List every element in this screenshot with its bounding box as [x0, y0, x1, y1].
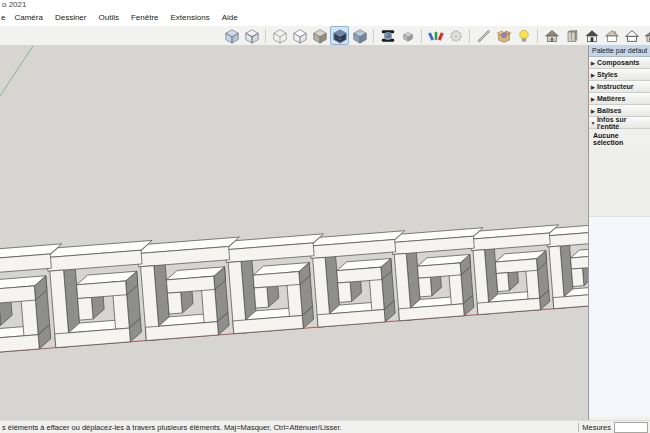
- tray-section-label: Styles: [597, 71, 618, 78]
- gray-box-tool-icon[interactable]: [398, 26, 417, 45]
- globe-tool-icon[interactable]: [378, 26, 397, 45]
- 3d-viewport[interactable]: [0, 45, 588, 420]
- measurements-input[interactable]: [614, 422, 648, 433]
- style-xray-icon[interactable]: [222, 26, 241, 45]
- toolbar-separator: [537, 29, 538, 43]
- toolbar-separator: [373, 29, 374, 43]
- window-title: o 2021: [0, 0, 650, 10]
- status-bar: s éléments à effacer ou déplacez-les à t…: [0, 420, 650, 433]
- menu-item-4[interactable]: Fenêtre: [125, 10, 165, 26]
- gear-icon: [446, 26, 465, 45]
- toolbar: [0, 26, 650, 46]
- toolbar-separator: [421, 29, 422, 43]
- chevron-down-icon[interactable]: ▼: [589, 120, 597, 126]
- menu-bar: eCaméraDessinerOutilsFenêtreExtensionsAi…: [0, 10, 650, 26]
- chevron-right-icon[interactable]: ▶: [589, 108, 597, 114]
- style-hidden-line-icon[interactable]: [290, 26, 309, 45]
- tray-section-label: Balises: [597, 107, 622, 114]
- measurements-area: Mesures: [578, 422, 650, 433]
- tray-sections: ▶Composants▶Styles▶Instructeur▶Matières▶…: [589, 57, 650, 129]
- meander-unit: [546, 222, 588, 309]
- entity-info-selection: Aucune sélection: [589, 129, 650, 148]
- default-tray-panel: Palette par défaut ▶Composants▶Styles▶In…: [588, 45, 650, 420]
- tray-header[interactable]: Palette par défaut: [589, 45, 650, 57]
- tray-section-label: Infos sur l'entité: [597, 116, 650, 130]
- tray-empty-area: [589, 217, 650, 417]
- tray-section-label: Composants: [597, 59, 639, 66]
- style-back-edges-icon[interactable]: [242, 26, 261, 45]
- stick-tool-icon[interactable]: [474, 26, 493, 45]
- model-canvas[interactable]: [0, 45, 588, 420]
- status-separator: [578, 423, 579, 432]
- menu-item-3[interactable]: Outils: [92, 10, 124, 26]
- chevron-right-icon[interactable]: ▶: [589, 60, 597, 66]
- house-door-icon[interactable]: [582, 26, 601, 45]
- house-roof-icon[interactable]: [602, 26, 621, 45]
- cabinet-icon[interactable]: [562, 26, 581, 45]
- house-wide-roof-icon[interactable]: [642, 26, 650, 45]
- house-outline-icon[interactable]: [622, 26, 641, 45]
- color-fan-icon[interactable]: [426, 26, 445, 45]
- chevron-right-icon[interactable]: ▶: [589, 72, 597, 78]
- menu-item-1[interactable]: Caméra: [8, 10, 48, 26]
- status-hint: s éléments à effacer ou déplacez-les à t…: [0, 423, 578, 432]
- style-shaded-textures-icon[interactable]: [330, 26, 349, 45]
- tray-section-5[interactable]: ▼Infos sur l'entité: [589, 117, 650, 129]
- tray-section-label: Matières: [597, 95, 625, 102]
- style-shaded-icon[interactable]: [310, 26, 329, 45]
- component-box-icon[interactable]: [494, 26, 513, 45]
- menu-item-2[interactable]: Dessiner: [49, 10, 93, 26]
- tray-section-3[interactable]: ▶Matières: [589, 93, 650, 105]
- house-textured-icon[interactable]: [542, 26, 561, 45]
- measurements-label: Mesures: [582, 423, 611, 432]
- menu-item-5[interactable]: Extensions: [165, 10, 216, 26]
- chevron-right-icon[interactable]: ▶: [589, 84, 597, 90]
- toolbar-separator: [265, 29, 266, 43]
- tray-section-2[interactable]: ▶Instructeur: [589, 81, 650, 93]
- toolbar-icons: [222, 26, 650, 45]
- lightbulb-icon[interactable]: [514, 26, 533, 45]
- menu-item-0[interactable]: e: [0, 10, 8, 26]
- tray-section-0[interactable]: ▶Composants: [589, 57, 650, 69]
- chevron-right-icon[interactable]: ▶: [589, 96, 597, 102]
- tray-section-label: Instructeur: [597, 83, 634, 90]
- menu-item-6[interactable]: Aide: [216, 10, 244, 26]
- green-axis: [0, 46, 33, 96]
- entity-info-body: [589, 148, 650, 217]
- style-monochrome-icon[interactable]: [350, 26, 369, 45]
- toolbar-separator: [469, 29, 470, 43]
- tray-section-1[interactable]: ▶Styles: [589, 69, 650, 81]
- style-wireframe-icon[interactable]: [270, 26, 289, 45]
